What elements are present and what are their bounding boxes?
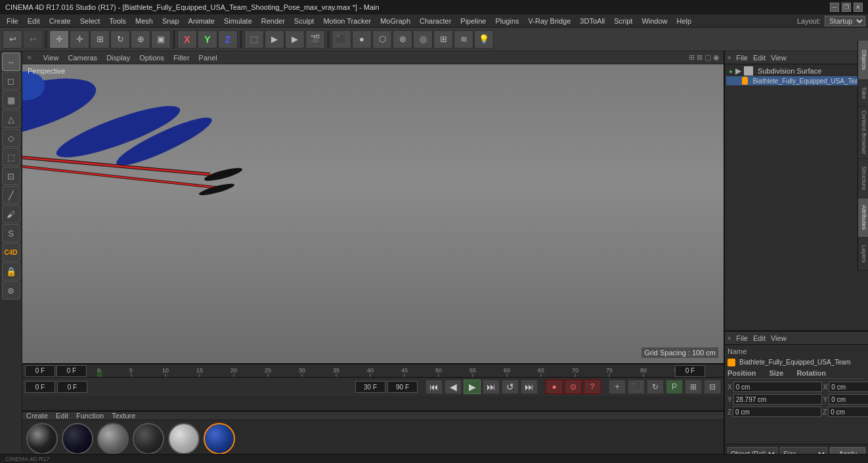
key-circle-btn[interactable]: ↻ (647, 380, 664, 394)
render-region-btn[interactable]: ⬚ (244, 30, 264, 49)
timeline-preview-end[interactable] (355, 381, 385, 393)
object-subdivision-surface[interactable]: ● ▶ Subdivision Surface (726, 66, 867, 76)
axis-z-btn[interactable]: Z (218, 30, 238, 49)
paint-icon[interactable]: 🖌 (2, 205, 20, 223)
key-grid-btn[interactable]: ⊞ (685, 380, 702, 394)
timeline-frame-start[interactable] (25, 381, 55, 393)
objects-view-menu[interactable]: View (771, 54, 787, 62)
lock-icon[interactable]: 🔒 (2, 262, 20, 280)
mat-texture[interactable]: Texture (112, 412, 135, 420)
minimize-btn[interactable]: ─ (830, 3, 839, 12)
sculpt-icon[interactable]: ⊛ (2, 281, 20, 299)
vp-filter-menu[interactable]: Filter (172, 54, 190, 62)
frame-display[interactable] (675, 365, 705, 377)
start-frame-input[interactable] (56, 365, 87, 377)
vp-options-menu[interactable]: Options (138, 54, 165, 62)
edge-icon[interactable]: ◇ (2, 129, 20, 147)
menu-motion-tracker[interactable]: Motion Tracker (319, 16, 375, 26)
attr-view-menu[interactable]: View (771, 334, 787, 342)
axis-y-btn[interactable]: Y (198, 30, 217, 49)
vp-panel-menu[interactable]: Panel (198, 54, 219, 62)
menu-window[interactable]: Window (638, 16, 671, 26)
tab-content-browser[interactable]: Content Browser (858, 106, 868, 159)
frame-tool[interactable]: ▣ (151, 30, 171, 49)
subdivision-expand-icon[interactable]: ▶ (735, 66, 741, 76)
menu-file[interactable]: File (3, 16, 22, 26)
x-size-input[interactable] (829, 382, 868, 392)
pointer-tool[interactable]: ✛ (49, 30, 69, 49)
mat-function[interactable]: Function (76, 412, 104, 420)
objects-file-menu[interactable]: File (736, 54, 748, 62)
z-pos-input[interactable] (733, 407, 821, 417)
menu-render[interactable]: Render (257, 16, 289, 26)
timeline-preview-start[interactable] (57, 381, 87, 393)
menu-mograph[interactable]: MoGraph (376, 16, 414, 26)
play-btn[interactable]: ▶ (464, 380, 481, 394)
menu-create[interactable]: Create (45, 16, 75, 26)
menu-vray[interactable]: V-Ray Bridge (525, 16, 575, 26)
key-square-btn[interactable]: ⬛ (628, 380, 645, 394)
picture-viewer-btn[interactable]: 🎬 (305, 30, 325, 49)
array-btn[interactable]: ⊛ (393, 30, 412, 49)
move-icon[interactable]: ↔ (2, 53, 20, 71)
attr-edit-menu[interactable]: Edit (753, 334, 766, 342)
cylinder-btn[interactable]: ⬡ (372, 30, 392, 49)
loop-btn[interactable]: ↺ (502, 380, 519, 394)
menu-mesh[interactable]: Mesh (131, 16, 157, 26)
close-btn[interactable]: ✕ (854, 3, 863, 12)
rotate-tool[interactable]: ↻ (110, 30, 130, 49)
nurbs-icon[interactable]: ⊡ (2, 167, 20, 185)
record-special-btn[interactable]: ? (584, 380, 601, 394)
tab-structure[interactable]: Structure (858, 159, 868, 198)
key-add-btn[interactable]: + (609, 380, 626, 394)
record-btn[interactable]: ● (546, 380, 563, 394)
menu-animate[interactable]: Animate (184, 16, 219, 26)
tab-objects[interactable]: Objects (858, 41, 868, 80)
redo-btn[interactable]: ↩ (23, 30, 43, 49)
scale-tool[interactable]: ⊞ (90, 30, 110, 49)
axis-x-btn[interactable]: X (177, 30, 197, 49)
polygon-icon[interactable]: △ (2, 110, 20, 128)
undo-btn[interactable]: ↩ (3, 30, 22, 49)
key-last-btn[interactable]: ⊟ (704, 380, 721, 394)
menu-sculpt[interactable]: Sculpt (290, 16, 318, 26)
transform-tool[interactable]: ⊕ (131, 30, 150, 49)
light-btn[interactable]: 💡 (474, 30, 494, 49)
record-auto-btn[interactable]: ⊙ (565, 380, 582, 394)
layout-select[interactable]: Startup (825, 16, 865, 26)
attr-file-menu[interactable]: File (736, 334, 748, 342)
vp-display-menu[interactable]: Display (105, 54, 131, 62)
mat-create[interactable]: Create (26, 412, 48, 420)
menu-pipeline[interactable]: Pipeline (456, 16, 490, 26)
go-to-end-btn[interactable]: ⏭ (521, 380, 538, 394)
menu-script[interactable]: Script (610, 16, 636, 26)
object-biathlete[interactable]: Biathlete_Fully_Equipped_USA_Tea... (726, 76, 867, 85)
menu-3dtoall[interactable]: 3DToAll (576, 16, 609, 26)
z-size-input[interactable] (828, 407, 868, 417)
y-pos-input[interactable] (733, 394, 822, 405)
tab-take[interactable]: Take (858, 80, 868, 106)
mat-edit[interactable]: Edit (56, 412, 68, 420)
play-forward-btn[interactable]: ⏭ (483, 380, 500, 394)
cloner-btn[interactable]: ⊞ (433, 30, 453, 49)
magnet-icon[interactable]: S (2, 224, 20, 242)
tab-attributes[interactable]: Attributes (858, 198, 868, 238)
cube-btn[interactable]: ⬛ (332, 30, 351, 49)
viewport-3d[interactable]: X Y Z (22, 64, 724, 363)
objects-edit-menu[interactable]: Edit (753, 54, 766, 62)
current-frame-input[interactable] (25, 365, 55, 377)
restore-btn[interactable]: ❐ (842, 3, 851, 12)
checkerboard-icon[interactable]: ▦ (2, 91, 20, 109)
render-active-btn[interactable]: ▶ (265, 30, 284, 49)
key-p-btn[interactable]: P (666, 380, 683, 394)
menu-simulate[interactable]: Simulate (220, 16, 256, 26)
menu-help[interactable]: Help (673, 16, 696, 26)
move-tool[interactable]: ✛ (70, 30, 89, 49)
vp-view-menu[interactable]: View (42, 54, 60, 62)
timeline-frame-end[interactable] (387, 381, 418, 393)
y-size-input[interactable] (829, 394, 868, 405)
tab-layers[interactable]: Layers (858, 238, 868, 271)
render-to-po-btn[interactable]: ▶ (285, 30, 305, 49)
deformer-btn[interactable]: ≋ (454, 30, 473, 49)
cinema-icon[interactable]: C4D (2, 243, 20, 261)
